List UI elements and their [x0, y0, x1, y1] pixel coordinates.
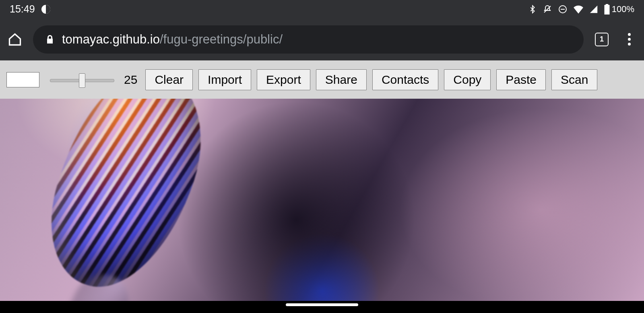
url-path: /fugu-greetings/public/	[160, 32, 283, 46]
tab-count-label: 1	[600, 35, 604, 44]
import-button[interactable]: Import	[198, 69, 251, 90]
lock-icon	[45, 34, 55, 45]
clear-button[interactable]: Clear	[145, 69, 193, 90]
do-not-disturb-icon	[558, 4, 568, 14]
dnd-mute-icon	[543, 4, 552, 14]
more-vert-icon	[628, 33, 631, 46]
nav-pill-icon[interactable]	[286, 303, 358, 306]
export-button[interactable]: Export	[257, 69, 310, 90]
url-domain: tomayac.github.io	[62, 32, 160, 46]
tabs-button[interactable]: 1	[592, 30, 611, 49]
clock-label: 15:49	[10, 3, 35, 15]
battery-percent-label: 100%	[612, 4, 634, 15]
url-text: tomayac.github.io/fugu-greetings/public/	[62, 32, 283, 47]
home-button[interactable]	[6, 30, 24, 49]
url-bar[interactable]: tomayac.github.io/fugu-greetings/public/	[33, 25, 584, 54]
battery-icon	[604, 4, 610, 15]
paste-button[interactable]: Paste	[496, 69, 546, 90]
scan-button[interactable]: Scan	[551, 69, 597, 90]
slider-value-label: 25	[124, 73, 137, 87]
copy-button[interactable]: Copy	[444, 69, 491, 90]
app-toolbar: 25 Clear Import Export Share Contacts Co…	[0, 60, 644, 99]
android-nav-bar	[0, 301, 644, 313]
wifi-icon	[573, 5, 584, 14]
drawing-canvas[interactable]	[0, 99, 644, 301]
share-button[interactable]: Share	[316, 69, 367, 90]
brush-size-slider[interactable]	[50, 77, 114, 82]
bluetooth-icon	[528, 5, 537, 14]
android-status-bar: 15:49 100%	[0, 0, 644, 18]
home-icon	[8, 32, 22, 47]
tabs-icon: 1	[595, 33, 609, 46]
data-saver-icon	[41, 5, 50, 14]
canvas-image	[31, 99, 223, 301]
cell-signal-icon	[589, 5, 598, 14]
overflow-menu-button[interactable]	[620, 30, 638, 49]
browser-omnibar: tomayac.github.io/fugu-greetings/public/…	[0, 18, 644, 60]
slider-thumb[interactable]	[79, 73, 85, 88]
color-swatch-input[interactable]	[6, 72, 39, 87]
contacts-button[interactable]: Contacts	[372, 69, 438, 90]
